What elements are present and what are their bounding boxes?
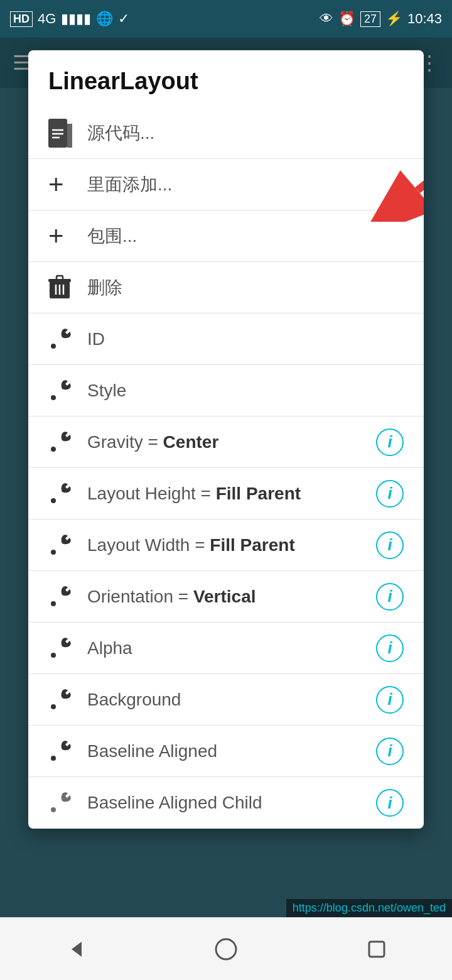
baseline-aligned-label: Baseline Aligned bbox=[87, 741, 376, 761]
orientation-label: Orientation = Vertical bbox=[87, 587, 376, 607]
menu-item-orientation[interactable]: Orientation = Vertical i bbox=[28, 571, 424, 623]
add-inside-label: 里面添加... bbox=[87, 173, 404, 197]
menu-item-add-inside[interactable]: + 里面添加... bbox=[28, 159, 424, 210]
svg-marker-2 bbox=[67, 119, 72, 124]
menu-item-id[interactable]: ID bbox=[28, 313, 424, 365]
wrench-icon-baseline-aligned bbox=[48, 739, 81, 763]
svg-point-15 bbox=[51, 447, 56, 452]
menu-item-layout-width[interactable]: Layout Width = Fill Parent i bbox=[28, 520, 424, 571]
svg-rect-9 bbox=[56, 276, 63, 280]
wrench-icon-alpha bbox=[48, 636, 81, 660]
wrench-icon-id bbox=[48, 327, 81, 351]
info-icon-layout-height[interactable]: i bbox=[376, 480, 404, 508]
wrench-icon-layout-width bbox=[48, 533, 81, 557]
signal-bars: ▮▮▮▮ bbox=[61, 11, 91, 27]
svg-point-24 bbox=[216, 939, 236, 959]
wrench-icon-gravity bbox=[48, 430, 81, 454]
wrench-icon-layout-height bbox=[48, 482, 81, 506]
menu-item-style[interactable]: Style bbox=[28, 365, 424, 416]
navigation-bar bbox=[0, 917, 452, 980]
home-button[interactable] bbox=[201, 930, 251, 968]
menu-item-baseline-aligned[interactable]: Baseline Aligned i bbox=[28, 726, 424, 777]
menu-item-alpha[interactable]: Alpha i bbox=[28, 623, 424, 674]
check-icon: ✓ bbox=[118, 11, 129, 27]
source-label: 源代码... bbox=[87, 121, 404, 145]
info-icon-baseline-aligned[interactable]: i bbox=[376, 738, 404, 765]
id-label: ID bbox=[87, 329, 404, 349]
trash-icon bbox=[48, 275, 81, 301]
plus-icon-inside: + bbox=[48, 172, 81, 198]
wrench-icon-baseline-aligned-child bbox=[48, 791, 81, 815]
svg-point-19 bbox=[51, 653, 56, 658]
charging-icon: ⚡ bbox=[385, 11, 402, 27]
svg-point-20 bbox=[51, 704, 56, 709]
svg-point-22 bbox=[51, 807, 56, 812]
menu-item-delete[interactable]: 删除 bbox=[28, 262, 424, 313]
background-label: Background bbox=[87, 690, 376, 710]
menu-item-add-around[interactable]: + 包围... bbox=[28, 210, 424, 262]
menu-item-source[interactable]: 源代码... bbox=[28, 107, 424, 159]
info-icon-baseline-aligned-child[interactable]: i bbox=[376, 789, 404, 817]
svg-point-18 bbox=[51, 601, 56, 606]
svg-point-17 bbox=[51, 550, 56, 555]
time-display: 10:43 bbox=[407, 11, 442, 27]
gravity-label: Gravity = Center bbox=[87, 432, 376, 452]
menu-item-background[interactable]: Background i bbox=[28, 674, 424, 726]
modal-title: LinearLayout bbox=[28, 50, 424, 107]
alpha-label: Alpha bbox=[87, 638, 376, 658]
svg-point-16 bbox=[51, 498, 56, 503]
eye-icon: 👁 bbox=[320, 11, 333, 27]
hd-badge: HD bbox=[10, 11, 33, 27]
back-button[interactable] bbox=[50, 930, 100, 968]
status-left: HD 4G ▮▮▮▮ 🌐 ✓ bbox=[10, 11, 129, 27]
info-icon-gravity[interactable]: i bbox=[376, 428, 404, 456]
svg-point-21 bbox=[51, 756, 56, 761]
info-icon-orientation[interactable]: i bbox=[376, 583, 404, 611]
status-right: 👁 ⏰ 27 ⚡ 10:43 bbox=[320, 11, 442, 27]
recent-button[interactable] bbox=[352, 930, 402, 968]
info-icon-alpha[interactable]: i bbox=[376, 634, 404, 662]
baseline-aligned-child-label: Baseline Aligned Child bbox=[87, 793, 376, 813]
wrench-icon-orientation bbox=[48, 585, 81, 609]
menu-item-layout-height[interactable]: Layout Height = Fill Parent i bbox=[28, 468, 424, 520]
plus-icon-around: + bbox=[48, 223, 81, 249]
style-label: Style bbox=[87, 381, 404, 401]
layout-width-label: Layout Width = Fill Parent bbox=[87, 535, 376, 555]
add-around-label: 包围... bbox=[87, 224, 404, 248]
linearlayout-menu-modal: LinearLayout 源代码... + 里面添加... bbox=[28, 50, 424, 829]
alarm-icon: ⏰ bbox=[338, 11, 355, 27]
delete-label: 删除 bbox=[87, 276, 404, 300]
url-bar: https://blog.csdn.net/owen_ted bbox=[286, 899, 452, 917]
signal-strength: 4G bbox=[38, 11, 56, 27]
menu-item-gravity[interactable]: Gravity = Center i bbox=[28, 416, 424, 468]
info-icon-background[interactable]: i bbox=[376, 686, 404, 714]
menu-item-baseline-aligned-child[interactable]: Baseline Aligned Child i bbox=[28, 777, 424, 829]
modal-overlay: LinearLayout 源代码... + 里面添加... bbox=[0, 38, 452, 942]
svg-rect-25 bbox=[369, 942, 384, 957]
svg-point-14 bbox=[51, 395, 56, 400]
info-icon-layout-width[interactable]: i bbox=[376, 531, 404, 559]
svg-point-13 bbox=[51, 344, 56, 349]
svg-marker-23 bbox=[72, 942, 82, 957]
status-bar: HD 4G ▮▮▮▮ 🌐 ✓ 👁 ⏰ 27 ⚡ 10:43 bbox=[0, 0, 452, 38]
file-icon bbox=[48, 119, 81, 148]
layout-height-label: Layout Height = Fill Parent bbox=[87, 484, 376, 504]
battery-level: 27 bbox=[360, 11, 380, 27]
wrench-icon-background bbox=[48, 688, 81, 712]
wrench-icon-style bbox=[48, 379, 81, 403]
globe-icon: 🌐 bbox=[96, 11, 113, 27]
